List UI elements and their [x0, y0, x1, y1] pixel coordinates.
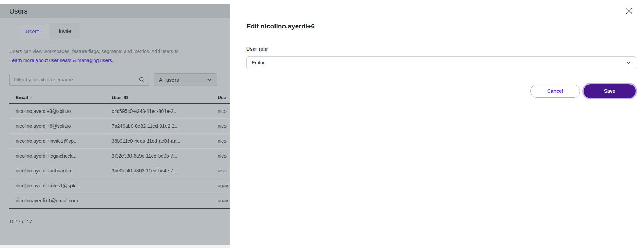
table-header-row: Email▴▾ User ID Use	[9, 92, 230, 104]
table-row[interactable]: nicolino.ayerdi+6@split.io 7a249ab0-0e82…	[9, 119, 230, 134]
filter-input[interactable]: Filter by email or username	[9, 74, 149, 86]
cell-username: nico	[218, 104, 230, 119]
table-row[interactable]: nicolinoayerdi+1@gmail.com unav	[9, 193, 230, 209]
table-row[interactable]: nicolino.ayerdi+3@split.io c4c595c0-e343…	[9, 104, 230, 119]
user-role-select[interactable]: Editor	[246, 56, 636, 69]
cell-email: nicolino.ayerdi+6@split.io	[9, 119, 112, 134]
column-header-username: Use	[218, 92, 230, 104]
users-table: Email▴▾ User ID Use nicolino.ayerdi+3@sp…	[9, 92, 230, 209]
users-panel-body: Users Invite Users can view workspaces, …	[0, 23, 230, 224]
pagination-status: 11-17 of 17	[9, 219, 230, 224]
search-icon	[139, 77, 145, 83]
user-table-body: nicolino.ayerdi+3@split.io c4c595c0-e343…	[9, 104, 230, 208]
cell-username: nico	[218, 163, 230, 178]
filter-input-placeholder: Filter by email or username	[14, 77, 139, 82]
table-row[interactable]: nicolino.ayerdi+roles1@spli... unav	[9, 178, 230, 193]
tab-invite-label: Invite	[59, 28, 71, 34]
cell-username: unav	[218, 193, 230, 209]
tab-users-label: Users	[26, 28, 39, 34]
column-header-email[interactable]: Email▴▾	[9, 92, 112, 104]
edit-user-title: Edit nicolino.ayerdi+6	[246, 23, 315, 30]
learn-more-link[interactable]: Learn more about user seats & managing u…	[9, 57, 113, 63]
page-title: Users	[9, 7, 27, 15]
cell-user-id: 38b911c0-4eea-11ed-ac04-aa...	[112, 134, 218, 149]
cell-email: nicolino.ayerdi+3@split.io	[9, 104, 112, 119]
cell-username: unav	[218, 178, 230, 193]
chevron-down-icon	[207, 77, 212, 82]
users-panel-header: Users	[0, 4, 230, 18]
cell-user-id	[112, 193, 218, 209]
cell-username: nico	[218, 149, 230, 163]
chevron-down-icon	[625, 60, 632, 66]
user-filter-dropdown[interactable]: All users	[154, 73, 217, 86]
cell-user-id: 7a249ab0-0e82-11ed-91e2-2...	[112, 119, 218, 134]
cell-user-id: c4c595c0-e343-11ec-801e-2...	[112, 104, 218, 119]
table-row[interactable]: nicolino.ayerdi+invite1@sp... 38b911c0-4…	[9, 134, 230, 149]
edit-user-panel: Edit nicolino.ayerdi+6 User role Editor …	[230, 0, 644, 248]
cell-user-id	[112, 178, 218, 193]
cell-email: nicolino.ayerdi+logincheck...	[9, 149, 112, 163]
table-row[interactable]: nicolino.ayerdi+onboardin... 3be0e5f0-d8…	[9, 163, 230, 178]
modal-actions: Cancel Save	[530, 84, 636, 98]
title-divider	[246, 38, 636, 38]
user-role-value: Editor	[252, 60, 265, 65]
save-button[interactable]: Save	[584, 84, 636, 98]
tab-bar: Users Invite	[17, 23, 230, 39]
cell-email: nicolino.ayerdi+onboardin...	[9, 163, 112, 178]
close-icon	[625, 7, 633, 15]
cell-email: nicolinoayerdi+1@gmail.com	[9, 193, 112, 209]
cell-username: nico	[218, 119, 230, 134]
cell-user-id: 3f32e330-6a9e-11ed-be9b-7...	[112, 149, 218, 163]
user-role-label: User role	[246, 46, 268, 52]
users-description: Users can view workspaces, feature flags…	[9, 48, 230, 55]
cell-email: nicolino.ayerdi+roles1@spli...	[9, 178, 112, 193]
filter-row: Filter by email or username All users	[9, 73, 230, 86]
column-header-user-id: User ID	[112, 92, 218, 104]
cell-email: nicolino.ayerdi+invite1@sp...	[9, 134, 112, 149]
cell-username: nico	[218, 134, 230, 149]
cancel-button[interactable]: Cancel	[530, 85, 580, 98]
table-row[interactable]: nicolino.ayerdi+logincheck... 3f32e330-6…	[9, 149, 230, 163]
tab-users[interactable]: Users	[17, 23, 48, 39]
page-bottom-strip	[0, 245, 230, 248]
user-filter-value: All users	[159, 77, 179, 83]
tab-invite[interactable]: Invite	[50, 23, 80, 39]
cell-user-id: 3be0e5f0-d863-11ed-bd4e-7...	[112, 163, 218, 178]
sort-icon: ▴▾	[30, 96, 32, 100]
users-panel: Users Users Invite Users can view worksp…	[0, 4, 230, 245]
close-button[interactable]	[624, 6, 634, 16]
